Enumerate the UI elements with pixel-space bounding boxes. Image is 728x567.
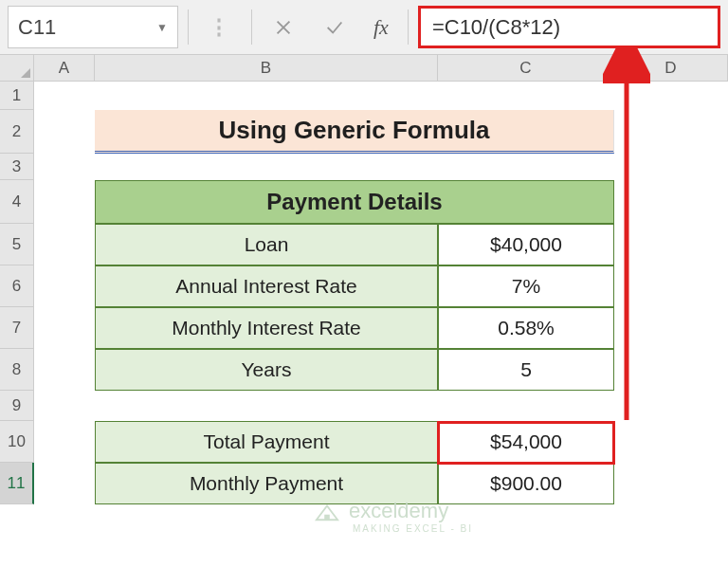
cell-D8[interactable]	[614, 349, 728, 391]
cell-C9[interactable]	[438, 391, 614, 421]
name-box[interactable]: C11 ▼	[8, 6, 178, 48]
cell-A10[interactable]	[34, 421, 95, 463]
value-loan[interactable]: $40,000	[438, 224, 614, 265]
col-header-D[interactable]: D	[614, 55, 728, 81]
cell-D2[interactable]	[614, 110, 728, 154]
title-cell[interactable]: Using Generic Formula	[95, 110, 614, 154]
select-all-triangle[interactable]	[0, 55, 34, 81]
cell-A8[interactable]	[34, 349, 95, 391]
cell-A7[interactable]	[34, 307, 95, 349]
label-annual-rate[interactable]: Annual Interest Rate	[95, 265, 438, 307]
confirm-icon[interactable]	[313, 6, 356, 48]
cell-A9[interactable]	[34, 391, 95, 421]
spreadsheet-grid: 1 2 3 4 5 6 7 8 9 10 11 Using Generic Fo…	[0, 82, 728, 504]
divider	[251, 9, 252, 45]
name-box-value: C11	[18, 15, 56, 40]
row-header-4[interactable]: 4	[0, 180, 34, 224]
formula-input[interactable]: =C10/(C8*12)	[418, 6, 720, 48]
cell-A4[interactable]	[34, 180, 95, 224]
row-header-10[interactable]: 10	[0, 421, 34, 463]
chevron-down-icon[interactable]: ▼	[156, 21, 168, 34]
row-headers: 1 2 3 4 5 6 7 8 9 10 11	[0, 82, 34, 504]
value-annual-rate[interactable]: 7%	[438, 265, 614, 307]
row-header-9[interactable]: 9	[0, 391, 34, 421]
row-header-11[interactable]: 11	[0, 463, 34, 504]
row-header-2[interactable]: 2	[0, 110, 34, 154]
cell-D9[interactable]	[614, 391, 728, 421]
cell-B1[interactable]	[95, 82, 438, 110]
cell-A1[interactable]	[34, 82, 95, 110]
col-header-B[interactable]: B	[95, 55, 438, 81]
cell-D10[interactable]	[614, 421, 728, 463]
table-header-cell[interactable]: Payment Details	[95, 180, 614, 224]
cell-B3[interactable]	[95, 154, 438, 180]
cell-D4[interactable]	[614, 180, 728, 224]
cell-D1[interactable]	[614, 82, 728, 110]
cell-D3[interactable]	[614, 154, 728, 180]
cell-D5[interactable]	[614, 224, 728, 265]
divider	[188, 9, 189, 45]
cell-A11[interactable]	[34, 463, 95, 504]
cell-A5[interactable]	[34, 224, 95, 265]
formula-text: =C10/(C8*12)	[432, 15, 560, 40]
cell-B9[interactable]	[95, 391, 438, 421]
col-header-A[interactable]: A	[34, 55, 95, 81]
cell-D6[interactable]	[614, 265, 728, 307]
value-years[interactable]: 5	[438, 349, 614, 391]
cell-D7[interactable]	[614, 307, 728, 349]
col-header-C[interactable]: C	[438, 55, 614, 81]
watermark-subtext: MAKING EXCEL - BI	[353, 523, 473, 534]
divider	[408, 9, 409, 45]
row-header-6[interactable]: 6	[0, 265, 34, 307]
fx-icon[interactable]: fx	[364, 6, 398, 48]
row-header-1[interactable]: 1	[0, 82, 34, 110]
cell-A6[interactable]	[34, 265, 95, 307]
value-monthly-payment[interactable]: $900.00	[438, 463, 614, 504]
cell-A3[interactable]	[34, 154, 95, 180]
label-monthly-payment[interactable]: Monthly Payment	[95, 463, 438, 504]
cell-C3[interactable]	[438, 154, 614, 180]
menu-dots-icon[interactable]: ⋮	[198, 6, 242, 48]
cell-A2[interactable]	[34, 110, 95, 154]
cancel-icon[interactable]	[262, 6, 305, 48]
label-monthly-rate[interactable]: Monthly Interest Rate	[95, 307, 438, 349]
row-header-5[interactable]: 5	[0, 224, 34, 265]
row-header-8[interactable]: 8	[0, 349, 34, 391]
label-years[interactable]: Years	[95, 349, 438, 391]
svg-rect-1	[324, 515, 330, 521]
label-total-payment[interactable]: Total Payment	[95, 421, 438, 463]
column-headers: A B C D	[0, 55, 728, 82]
row-header-3[interactable]: 3	[0, 154, 34, 180]
row-header-7[interactable]: 7	[0, 307, 34, 349]
cell-area: Using Generic Formula Payment Details Lo…	[34, 82, 728, 504]
value-monthly-rate[interactable]: 0.58%	[438, 307, 614, 349]
value-total-payment[interactable]: $54,000	[438, 421, 614, 463]
label-loan[interactable]: Loan	[95, 224, 438, 265]
cell-D11[interactable]	[614, 463, 728, 504]
cell-C1[interactable]	[438, 82, 614, 110]
formula-bar: C11 ▼ ⋮ fx =C10/(C8*12)	[0, 0, 728, 55]
